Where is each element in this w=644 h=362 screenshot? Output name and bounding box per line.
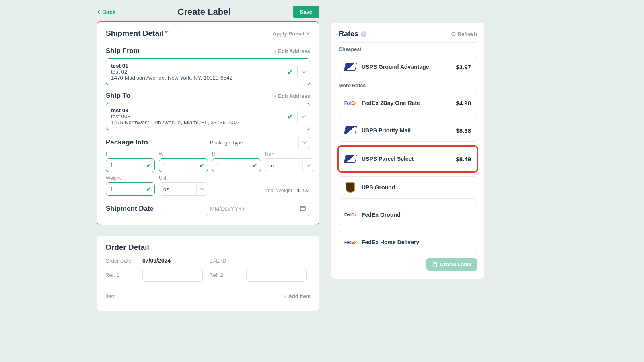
rate-name: FedEx 2Day One Rate (362, 100, 450, 106)
usps-logo-icon (345, 127, 356, 134)
check-icon: ✔ (252, 162, 257, 169)
chevron-down-icon (196, 183, 208, 195)
check-icon: ✔ (146, 162, 151, 169)
back-label: Back (102, 9, 115, 15)
plus-icon: + (274, 93, 277, 99)
package-type-select[interactable]: Package Type (206, 136, 310, 149)
rate-item[interactable]: USPS Parcel Select$8.49 (339, 146, 477, 171)
ship-from-title: Ship From (106, 47, 140, 55)
order-detail-title: Order Detail (105, 243, 311, 252)
chevron-down-icon (302, 115, 306, 119)
ship-from-line2: test 02 (111, 69, 305, 75)
rates-card: Rates i Refresh Cheapest USPS Ground Adv… (331, 23, 484, 279)
rate-price: $8.38 (456, 127, 471, 134)
shipment-detail-title: Shipment Detail* (106, 29, 168, 38)
usps-logo-icon (345, 63, 356, 70)
rate-item[interactable]: USPS Priority Mail$8.38 (339, 119, 477, 142)
rate-item[interactable]: FedExFedEx 2Day One Rate$4.90 (339, 92, 477, 114)
bae-id-label: BAE ID (209, 258, 244, 264)
plus-icon: + (274, 48, 277, 54)
chevron-down-icon (306, 31, 310, 35)
svg-rect-4 (433, 262, 436, 267)
page-title: Create Label (178, 7, 231, 17)
length-input[interactable]: 1✔ (106, 158, 155, 172)
rate-name: FedEx Ground (362, 212, 465, 218)
check-icon: ✔ (283, 68, 297, 76)
apply-preset-link[interactable]: Apply Preset (273, 31, 310, 37)
edit-ship-from-link[interactable]: + Edit Address (274, 48, 310, 54)
rate-name: USPS Ground Advantage (362, 64, 450, 70)
rate-price: $8.49 (456, 156, 471, 162)
ship-from-address-box[interactable]: test 01 test 02 1470 Madison Avenue, New… (106, 58, 310, 85)
ref2-label: Ref. 2 (209, 272, 244, 278)
usps-logo-icon (345, 155, 356, 162)
dim-unit-label: Unit (265, 152, 314, 157)
calendar-icon (300, 206, 306, 212)
refresh-link[interactable]: Refresh (451, 31, 477, 37)
ship-to-line2: test 003 (111, 113, 305, 119)
rate-item[interactable]: UPS Ground (339, 176, 477, 199)
ship-from-full: 1470 Madison Avenue, New York, NY, 10029… (111, 75, 305, 81)
save-button[interactable]: Save (293, 6, 319, 18)
rates-title: Rates i (339, 30, 366, 38)
height-input[interactable]: 1✔ (212, 158, 261, 172)
ship-to-address-box[interactable]: test 03 test 003 1475 Northwest 12th Ave… (106, 103, 310, 130)
rate-item[interactable]: FedExFedEx Ground (339, 204, 477, 226)
ref2-input[interactable] (246, 268, 307, 282)
rate-name: USPS Priority Mail (362, 127, 450, 134)
width-input[interactable]: 1✔ (159, 158, 208, 172)
ship-to-name: test 03 (111, 107, 305, 113)
shipment-date-input[interactable]: MM/DD/YYYY (206, 202, 310, 216)
svg-rect-0 (300, 206, 305, 211)
order-date-value: 07/09/2024 (142, 257, 207, 264)
package-info-title: Package Info (106, 138, 148, 146)
ref1-label: Ref. 1 (105, 272, 140, 278)
dim-unit-select[interactable]: in (265, 158, 314, 172)
rate-item[interactable]: FedExFedEx Home Delivery (339, 231, 477, 253)
ship-to-title: Ship To (106, 92, 130, 100)
shipment-date-title: Shipment Date (106, 205, 154, 213)
order-date-label: Order Date (105, 258, 140, 264)
ref1-input[interactable] (142, 268, 203, 282)
cheapest-label: Cheapest (339, 47, 477, 52)
fedex-logo-icon: FedEx (345, 211, 356, 218)
chevron-down-icon (298, 136, 310, 149)
check-icon: ✔ (199, 162, 204, 169)
required-star: * (165, 29, 168, 37)
add-item-link[interactable]: + Add Item (284, 293, 311, 299)
back-link[interactable]: Back (97, 9, 115, 15)
order-detail-card: Order Detail Order Date 07/09/2024 BAE I… (97, 236, 319, 311)
item-label: Item (105, 293, 115, 299)
chevron-down-icon (302, 70, 306, 74)
create-label-button[interactable]: Create Label (426, 258, 477, 271)
rate-name: USPS Parcel Select (362, 156, 450, 162)
check-icon: ✔ (146, 185, 151, 193)
rate-name: FedEx Home Delivery (362, 239, 465, 245)
fedex-logo-icon: FedEx (345, 239, 356, 246)
weight-label: Weight (106, 175, 155, 181)
ups-logo-icon (345, 184, 356, 191)
width-label: W (159, 152, 208, 157)
length-label: L (106, 152, 155, 157)
total-weight: Total Weight: 1 OZ (212, 187, 310, 196)
edit-ship-to-link[interactable]: + Edit Address (274, 93, 310, 99)
weight-input[interactable]: 1✔ (106, 182, 155, 196)
wt-unit-select[interactable]: oz (159, 182, 208, 196)
ship-to-full: 1475 Northwest 12th Avenue, Miami, FL, 3… (111, 119, 305, 125)
more-rates-label: More Rates (339, 83, 477, 88)
fedex-logo-icon: FedEx (345, 99, 356, 107)
check-icon: ✔ (283, 112, 297, 121)
rate-price: $4.90 (456, 100, 471, 107)
height-label: H (212, 152, 261, 157)
ship-to-dropdown[interactable] (298, 115, 310, 119)
rate-name: UPS Ground (362, 184, 465, 191)
info-icon: i (361, 31, 366, 37)
wt-unit-label: Unit (159, 175, 208, 181)
shipment-detail-card: Shipment Detail* Apply Preset Ship From … (97, 21, 319, 225)
refresh-icon (451, 31, 456, 37)
document-icon (432, 262, 438, 267)
plus-icon: + (284, 293, 287, 299)
rate-price: $3.97 (456, 64, 471, 70)
ship-from-dropdown[interactable] (298, 70, 310, 74)
rate-item-cheapest[interactable]: USPS Ground Advantage $3.97 (339, 56, 477, 78)
